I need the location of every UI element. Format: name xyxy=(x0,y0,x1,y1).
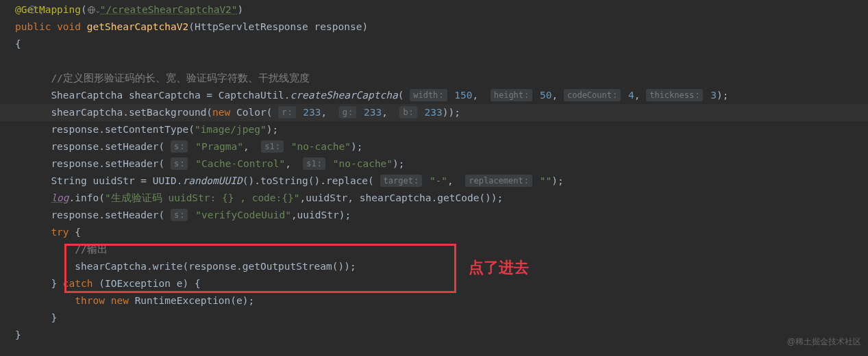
url-path-string: "/createShearCaptchaV2" xyxy=(100,4,238,15)
kw-throw: throw xyxy=(75,295,105,306)
uuid-a: String uuidStr = UUID. xyxy=(51,175,182,186)
str-imagejpeg: "image/jpeg" xyxy=(195,124,266,135)
globe-icon xyxy=(87,5,96,14)
randomuuid: randomUUID xyxy=(182,175,242,186)
hint-g: g xyxy=(339,106,356,118)
kw-catch: catch xyxy=(63,278,93,289)
sh3-b: ,uuidStr); xyxy=(291,209,351,220)
annotation-label: 点了进去 xyxy=(469,259,529,276)
write-line: shearCaptcha.write(response.getOutputStr… xyxy=(75,261,356,272)
val-height: 50 xyxy=(540,90,551,101)
log-b: .info( xyxy=(69,192,105,203)
sh3-a: response.setHeader( xyxy=(51,209,164,220)
val-r: 233 xyxy=(303,107,321,118)
hint-width: width xyxy=(410,89,447,101)
param-type: HttpServletResponse xyxy=(195,21,308,32)
kw-new: new xyxy=(212,107,230,118)
fold-arrow-icon[interactable]: ▾ xyxy=(39,4,43,21)
watermark: @稀土掘金技术社区 xyxy=(787,333,861,351)
hint-s3: s xyxy=(171,209,188,221)
gutter-nav-icon[interactable] xyxy=(27,3,37,12)
comment-output: //输出 xyxy=(75,244,107,255)
log-c: ,uuidStr, shearCaptcha.getCode()); xyxy=(300,192,504,203)
hint-height: height xyxy=(491,89,533,101)
hint-r: r xyxy=(278,106,295,118)
val-thickness: 3 xyxy=(710,90,717,101)
uuid-b: ().toString().replace( xyxy=(243,175,374,186)
catch-type: IOException e xyxy=(105,278,183,289)
str-dash: "-" xyxy=(430,175,447,186)
method-name: getShearCaptchaV2 xyxy=(87,21,188,32)
comment-definition: //定义图形验证码的长、宽、验证码字符数、干扰线宽度 xyxy=(51,73,309,84)
shear-decl-a: ShearCaptcha shearCaptcha = CaptchaUtil. xyxy=(51,90,290,101)
create-method: createShearCaptcha xyxy=(290,90,398,101)
kw-new2: new xyxy=(111,295,129,306)
sh1-a: response.setHeader( xyxy=(51,141,164,152)
val-width: 150 xyxy=(454,90,472,101)
val-g: 233 xyxy=(364,107,382,118)
str-verifycode: "verifyCodeUuid" xyxy=(195,209,291,220)
hint-codecount: codeCount xyxy=(564,89,621,101)
str-nocache1: "no-cache" xyxy=(291,141,351,152)
str-nocache2: "no-cache" xyxy=(333,158,393,169)
val-codecount: 4 xyxy=(628,90,634,101)
hint-b: b xyxy=(399,106,417,118)
val-b: 233 xyxy=(425,107,443,118)
hint-thickness: thickness xyxy=(646,89,703,101)
log-ref: log xyxy=(51,192,69,203)
kw-public: public xyxy=(15,21,51,32)
annotation-getmapping: @GetMapping xyxy=(15,4,81,15)
code-editor[interactable]: @GetMapping(⌄"/createShearCaptchaV2") pu… xyxy=(15,1,868,344)
str-empty: "" xyxy=(540,175,551,186)
str-cachecontrol: "Cache-Control" xyxy=(195,158,285,169)
hint-replacement: replacement xyxy=(465,175,532,187)
runtime-type: RuntimeException(e); xyxy=(135,295,255,306)
param-name: response xyxy=(314,21,362,32)
hint-s12: s1 xyxy=(303,157,325,170)
brace-open: { xyxy=(15,38,21,49)
setbg-a: shearCaptcha.setBackground( xyxy=(51,107,212,118)
setct-a: response.setContentType( xyxy=(51,124,195,135)
kw-void: void xyxy=(57,21,81,32)
kw-try: try xyxy=(51,227,69,238)
str-logmsg: "生成验证码 uuidStr: {} , code:{}" xyxy=(105,192,300,203)
hint-s1: s1 xyxy=(261,140,284,153)
str-pragma: "Pragma" xyxy=(195,141,243,152)
hint-s2: s xyxy=(171,157,188,170)
sh2-a: response.setHeader( xyxy=(51,158,164,169)
hint-s: s xyxy=(171,140,188,153)
color-type: Color( xyxy=(236,107,272,118)
hint-target: target xyxy=(380,175,423,187)
